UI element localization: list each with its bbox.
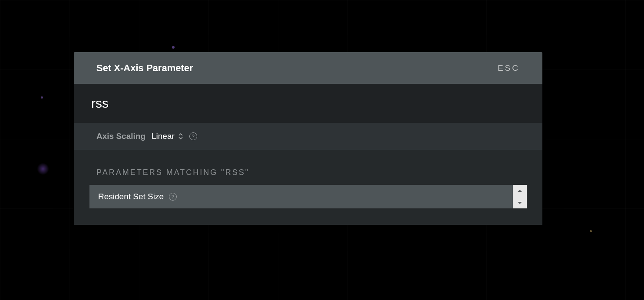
help-icon[interactable]: ? [189,132,197,140]
parameter-search-input[interactable] [91,96,525,111]
set-x-axis-modal: Set X-Axis Parameter ESC Axis Scaling Li… [74,52,542,225]
help-icon[interactable]: ? [169,193,177,201]
select-updown-icon [178,133,183,140]
decorative-glow [37,163,49,175]
results-section: PARAMETERS MATCHING "RSS" Resident Set S… [74,150,542,225]
result-item-resident-set-size[interactable]: Resident Set Size ? [89,185,527,208]
scroll-up-button[interactable] [513,185,527,197]
search-row [74,84,542,123]
results-header: PARAMETERS MATCHING "RSS" [89,168,527,185]
decorative-dot [172,46,175,49]
close-esc-button[interactable]: ESC [498,63,520,73]
modal-header: Set X-Axis Parameter ESC [74,52,542,84]
result-item-label: Resident Set Size ? [98,192,177,201]
decorative-dot [41,96,43,99]
scroll-down-button[interactable] [513,197,527,208]
axis-scaling-value: Linear [152,132,175,141]
axis-scaling-row: Axis Scaling Linear ? [74,123,542,150]
result-scroll-control [513,185,527,208]
axis-scaling-label: Axis Scaling [96,132,145,141]
axis-scaling-select[interactable]: Linear [152,132,183,141]
modal-title: Set X-Axis Parameter [96,63,193,74]
decorative-dot [590,230,592,232]
